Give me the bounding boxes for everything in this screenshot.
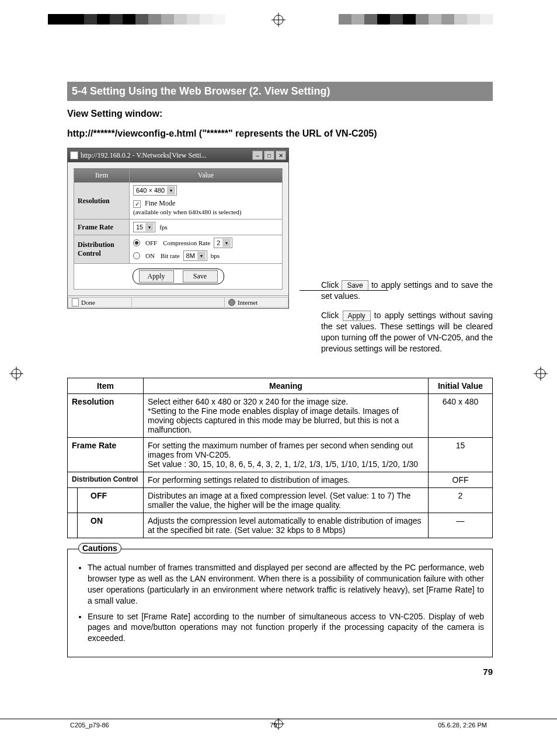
bitrate-value: 8M bbox=[186, 252, 195, 259]
caution-item: Ensure to set [Frame Rate] according to … bbox=[88, 611, 484, 644]
window-title: http://192.168.0.2 - V.Networks[View Set… bbox=[81, 151, 207, 160]
callout-save: Click Save to apply settings and to save… bbox=[321, 280, 493, 302]
row-distribution-label: Distribution Control bbox=[74, 235, 130, 264]
footer-left: C205_p79-86 bbox=[70, 722, 109, 729]
inline-save-button: Save bbox=[342, 280, 368, 291]
compression-select[interactable]: 2 ▾ bbox=[214, 238, 232, 248]
col-item: Item bbox=[74, 169, 130, 183]
print-color-bar-left bbox=[48, 14, 225, 25]
col-value: Value bbox=[130, 169, 283, 183]
compression-label: Compression Rate bbox=[163, 239, 210, 246]
fine-mode-checkbox[interactable]: ✓ bbox=[133, 200, 141, 208]
fine-mode-label: Fine Mode bbox=[145, 199, 175, 207]
bitrate-unit: bps bbox=[211, 252, 220, 259]
dist-on-label: ON bbox=[145, 252, 155, 259]
row-resolution-label: Resolution bbox=[74, 183, 130, 220]
page-number: 79 bbox=[67, 667, 493, 677]
resolution-select[interactable]: 640 × 480 ▾ bbox=[133, 185, 177, 196]
page-icon bbox=[70, 151, 78, 159]
print-color-bar-right bbox=[339, 14, 493, 25]
chevron-down-icon: ▾ bbox=[222, 239, 231, 247]
bitrate-select[interactable]: 8M ▾ bbox=[183, 250, 207, 261]
dist-off-label: OFF bbox=[145, 239, 157, 246]
registration-mark-bottom bbox=[273, 718, 284, 731]
registration-mark-top bbox=[271, 13, 286, 27]
dist-on-radio[interactable] bbox=[133, 252, 140, 259]
fine-mode-note: (available only when 640x480 is selected… bbox=[133, 208, 241, 215]
status-bar: Done Internet bbox=[68, 295, 288, 308]
document-icon bbox=[72, 298, 79, 306]
chevron-down-icon: ▾ bbox=[197, 252, 206, 260]
resolution-value: 640 × 480 bbox=[136, 187, 165, 194]
save-button[interactable]: Save bbox=[183, 270, 218, 283]
dist-off-radio[interactable] bbox=[133, 239, 140, 246]
subheading-2: http://******/viewconfig-e.html ("******… bbox=[67, 127, 493, 141]
section-title: 5-4 Setting Using the Web Browser (2. Vi… bbox=[67, 82, 493, 101]
table-row: Frame Rate For setting the maximum numbe… bbox=[68, 437, 493, 472]
chevron-down-icon: ▾ bbox=[145, 223, 154, 231]
table-row: Distribution Control For performing sett… bbox=[68, 472, 493, 487]
callout-apply: Click Apply to apply settings without sa… bbox=[321, 310, 493, 354]
cautions-label: Cautions bbox=[78, 543, 121, 553]
cautions-box: Cautions The actual number of frames tra… bbox=[67, 549, 493, 657]
globe-icon bbox=[228, 299, 235, 306]
window-titlebar: http://192.168.0.2 - V.Networks[View Set… bbox=[68, 148, 288, 162]
bitrate-label: Bit rate bbox=[161, 252, 180, 259]
subheading-1: View Setting window: bbox=[67, 107, 493, 121]
th-meaning: Meaning bbox=[144, 378, 429, 393]
minimize-button[interactable]: – bbox=[252, 151, 263, 160]
th-initial: Initial Value bbox=[429, 378, 493, 393]
chevron-down-icon: ▾ bbox=[167, 186, 175, 194]
meaning-table: Item Meaning Initial Value Resolution Se… bbox=[67, 378, 493, 538]
status-done: Done bbox=[81, 299, 95, 306]
registration-mark-right bbox=[534, 367, 548, 381]
close-button[interactable]: ✕ bbox=[276, 151, 286, 160]
print-footer: C205_p79-86 79 05.6.28, 2:26 PM bbox=[0, 719, 557, 740]
button-highlight-ring: Apply Save bbox=[133, 269, 224, 284]
apply-button[interactable]: Apply bbox=[139, 270, 174, 283]
compression-value: 2 bbox=[217, 239, 220, 246]
status-zone: Internet bbox=[238, 299, 257, 306]
framerate-value: 15 bbox=[136, 224, 143, 231]
registration-mark-left bbox=[9, 367, 23, 381]
caution-item: The actual number of frames transmitted … bbox=[88, 562, 484, 607]
footer-right: 05.6.28, 2:26 PM bbox=[438, 722, 487, 729]
th-item: Item bbox=[68, 378, 144, 393]
maximize-button[interactable]: □ bbox=[264, 151, 274, 160]
button-row: Apply Save bbox=[74, 264, 283, 290]
browser-window: http://192.168.0.2 - V.Networks[View Set… bbox=[67, 148, 289, 309]
leader-line-save bbox=[300, 290, 388, 291]
row-framerate-label: Frame Rate bbox=[74, 220, 130, 235]
table-row: ON Adjusts the compression level automat… bbox=[68, 513, 493, 538]
framerate-unit: fps bbox=[159, 224, 167, 231]
config-table: Item Value Resolution 640 × 480 ▾ ✓ bbox=[74, 168, 283, 264]
table-row: Resolution Select either 640 x 480 or 32… bbox=[68, 393, 493, 437]
table-row: OFF Distributes an image at a fixed comp… bbox=[68, 487, 493, 513]
framerate-select[interactable]: 15 ▾ bbox=[133, 222, 155, 232]
inline-apply-button: Apply bbox=[343, 311, 371, 321]
